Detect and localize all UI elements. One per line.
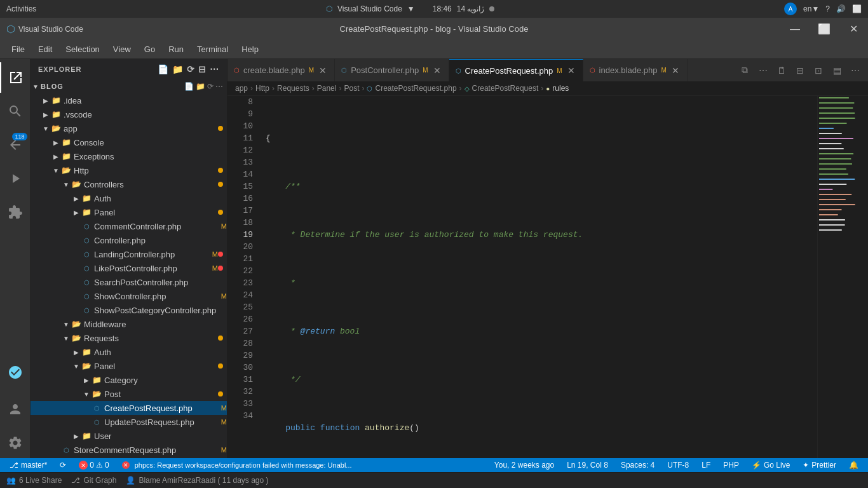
postcontroller-tab-close[interactable]: ✕ bbox=[432, 65, 442, 76]
breadcrumb-http[interactable]: Http bbox=[255, 84, 269, 93]
tree-item-controller[interactable]: ⬡ Controller.php bbox=[31, 233, 227, 247]
maximize-button[interactable]: ⬜ bbox=[810, 18, 839, 40]
collapse-button[interactable]: ⊟ bbox=[792, 63, 808, 78]
breadcrumb-panel[interactable]: Panel bbox=[317, 84, 337, 93]
root-action-more[interactable]: ⋯ bbox=[215, 82, 223, 91]
tree-item-view[interactable]: ▼ 📂 View bbox=[31, 457, 227, 458]
tree-item-showcontroller[interactable]: ⬡ ShowController.php M bbox=[31, 289, 227, 303]
refresh-icon[interactable]: ⟳ bbox=[187, 64, 195, 74]
display-icon[interactable]: ⬜ bbox=[852, 4, 862, 13]
position-indicator[interactable]: Ln 19, Col 8 bbox=[564, 458, 611, 472]
live-share-section[interactable]: 👥 6 Live Share bbox=[6, 476, 62, 485]
breadcrumb-app[interactable]: app bbox=[235, 84, 248, 93]
tab-createpostrequest[interactable]: ⬡ CreatePostRequest.php M ✕ bbox=[449, 59, 583, 81]
code-content[interactable]: { /** * Determine if the user is authori… bbox=[259, 96, 817, 458]
create-blade-tab-close[interactable]: ✕ bbox=[318, 65, 328, 76]
spaces-indicator[interactable]: Spaces: 4 bbox=[618, 458, 658, 472]
breadcrumb-requests[interactable]: Requests bbox=[277, 84, 309, 93]
more-tabs-button[interactable]: ⋯ bbox=[756, 63, 771, 78]
menu-help[interactable]: Help bbox=[236, 42, 264, 57]
new-file-icon[interactable]: 📄 bbox=[158, 64, 169, 74]
more-editor-actions-button[interactable]: ⋯ bbox=[848, 63, 863, 78]
help-icon[interactable]: ? bbox=[825, 4, 830, 13]
language-indicator[interactable]: PHP bbox=[720, 458, 742, 472]
tree-item-likepostcontroller[interactable]: ⬡ LikePostController.php M bbox=[31, 261, 227, 275]
tree-item-user-folder[interactable]: ▶ 📁 User bbox=[31, 429, 227, 443]
menu-go[interactable]: Go bbox=[139, 42, 160, 57]
index-blade-tab-close[interactable]: ✕ bbox=[670, 65, 681, 76]
tree-item-showpostcategorycontroller[interactable]: ⬡ ShowPostCategoryController.php bbox=[31, 303, 227, 317]
menu-file[interactable]: File bbox=[6, 42, 30, 57]
createpostrequest-tab-close[interactable]: ✕ bbox=[566, 65, 576, 76]
tree-item-req-auth[interactable]: ▶ 📁 Auth bbox=[31, 345, 227, 359]
tree-item-post-folder[interactable]: ▼ 📂 Post bbox=[31, 387, 227, 401]
activity-accounts[interactable] bbox=[0, 394, 31, 424]
activity-search[interactable] bbox=[0, 96, 31, 126]
activity-run[interactable] bbox=[0, 163, 31, 194]
layout-button[interactable]: ▤ bbox=[829, 63, 844, 78]
breadcrumb-class[interactable]: CreatePostRequest bbox=[472, 84, 539, 93]
tree-item-req-panel[interactable]: ▼ 📂 Panel bbox=[31, 359, 227, 373]
tree-item-http[interactable]: ▼ 📂 Http bbox=[31, 163, 227, 177]
menu-view[interactable]: View bbox=[108, 42, 136, 57]
tree-item-controllers[interactable]: ▼ 📂 Controllers bbox=[31, 177, 227, 191]
tree-item-app[interactable]: ▼ 📂 app bbox=[31, 121, 227, 135]
root-action-refresh[interactable]: ⟳ bbox=[207, 82, 214, 91]
tree-item-storecommentrequest[interactable]: ⬡ StoreCommentRequest.php M bbox=[31, 443, 227, 457]
lang-select[interactable]: en▼ bbox=[803, 4, 819, 13]
encoding-indicator[interactable]: UTF-8 bbox=[664, 458, 692, 472]
tree-item-updatepostrequest[interactable]: ⬡ UpdatePostRequest.php M bbox=[31, 415, 227, 429]
new-folder-icon[interactable]: 📁 bbox=[172, 64, 184, 74]
breadcrumb-settings-button[interactable]: 🗒 bbox=[774, 63, 789, 78]
tree-item-middleware[interactable]: ▼ 📂 Middleware bbox=[31, 317, 227, 331]
blame-section[interactable]: 👤 Blame AmirRezaRaadi ( 11 days ago ) bbox=[126, 476, 268, 485]
git-branch[interactable]: ⎇ master* bbox=[6, 458, 50, 472]
tree-item-category[interactable]: ▶ 📁 Category bbox=[31, 373, 227, 387]
prettier-button[interactable]: ✦ Prettier bbox=[799, 458, 839, 472]
tab-postcontroller[interactable]: ⬡ PostController.php M ✕ bbox=[335, 59, 449, 81]
eol-indicator[interactable]: LF bbox=[698, 458, 714, 472]
menu-run[interactable]: Run bbox=[163, 42, 189, 57]
lang-indicator[interactable]: A bbox=[784, 3, 797, 15]
menu-edit[interactable]: Edit bbox=[33, 42, 57, 57]
tree-item-commentcontroller[interactable]: ⬡ CommentController.php M bbox=[31, 219, 227, 233]
go-live-button[interactable]: ⚡ Go Live bbox=[749, 458, 793, 472]
breadcrumb-post[interactable]: Post bbox=[344, 84, 359, 93]
tree-item-createpostrequest[interactable]: ⬡ CreatePostRequest.php M bbox=[31, 401, 227, 415]
notifications-button[interactable]: 🔔 bbox=[846, 458, 862, 472]
tree-item-exceptions[interactable]: ▶ 📁 Exceptions bbox=[31, 149, 227, 163]
minimize-button[interactable]: — bbox=[780, 18, 810, 40]
activity-extensions[interactable] bbox=[0, 197, 31, 227]
activity-settings[interactable] bbox=[0, 428, 31, 458]
error-message[interactable]: ✕ phpcs: Request workspace/configuration… bbox=[119, 458, 355, 472]
tree-item-idea[interactable]: ▶ 📁 .idea bbox=[31, 93, 227, 107]
collapse-all-icon[interactable]: ⊟ bbox=[198, 64, 207, 74]
root-action-new-folder[interactable]: 📁 bbox=[196, 82, 205, 91]
sync-status[interactable]: ⟳ bbox=[57, 458, 69, 472]
breadcrumb-method[interactable]: rules bbox=[552, 84, 569, 93]
activity-explorer[interactable] bbox=[0, 62, 31, 93]
breadcrumb-file[interactable]: CreatePostRequest.php bbox=[375, 84, 456, 93]
root-action-new-file[interactable]: 📄 bbox=[184, 82, 194, 91]
menu-selection[interactable]: Selection bbox=[60, 42, 104, 57]
error-count[interactable]: ✕ 0 ⚠ 0 bbox=[76, 458, 112, 472]
more-actions-icon[interactable]: ⋯ bbox=[210, 64, 219, 74]
activity-source-control[interactable]: 118 bbox=[0, 130, 31, 160]
volume-icon[interactable]: 🔊 bbox=[836, 4, 846, 13]
activities-label[interactable]: Activities bbox=[6, 4, 36, 13]
vscode-arrow[interactable]: ▼ bbox=[407, 4, 415, 13]
you-label[interactable]: You, 2 weeks ago bbox=[491, 458, 557, 472]
tree-item-vscode[interactable]: ▶ 📁 .vscode bbox=[31, 107, 227, 121]
activity-remote[interactable] bbox=[0, 357, 31, 388]
tree-item-panel-ctrl[interactable]: ▶ 📁 Panel bbox=[31, 205, 227, 219]
tree-root[interactable]: ▼ BLOG 📄 📁 ⟳ ⋯ bbox=[31, 79, 227, 93]
git-graph-section[interactable]: ⎇ Git Graph bbox=[71, 476, 116, 485]
tab-create-blade[interactable]: ⬡ create.blade.php M ✕ bbox=[227, 59, 335, 81]
tab-index-blade[interactable]: ⬡ index.blade.php M ✕ bbox=[583, 59, 688, 81]
tree-item-console[interactable]: ▶ 📁 Console bbox=[31, 135, 227, 149]
tree-item-searchpostcontroller[interactable]: ⬡ SearchPostController.php bbox=[31, 275, 227, 289]
close-button[interactable]: ✕ bbox=[839, 18, 868, 40]
tree-item-auth[interactable]: ▶ 📁 Auth bbox=[31, 191, 227, 205]
tree-item-requests[interactable]: ▼ 📂 Requests bbox=[31, 331, 227, 345]
tree-item-landingcontroller[interactable]: ⬡ LandingController.php M bbox=[31, 247, 227, 261]
